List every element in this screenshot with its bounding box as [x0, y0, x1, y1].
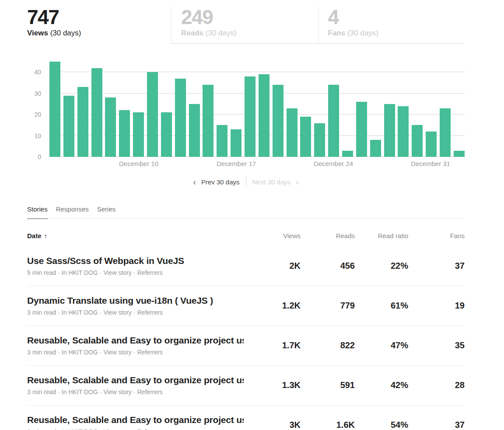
read-time: 5 min read: [27, 269, 56, 276]
story-fans: 28: [408, 380, 465, 390]
chart-bar[interactable]: [328, 85, 339, 157]
chart-bar[interactable]: [63, 96, 74, 157]
chart-bar[interactable]: [273, 85, 284, 157]
tab-responses[interactable]: Responses: [56, 205, 89, 219]
view-story-link[interactable]: View story: [103, 388, 131, 395]
stat-panel-views[interactable]: 747 Views (30 days): [27, 6, 171, 44]
chart-bar[interactable]: [454, 151, 465, 157]
stories-table-body: Use Sass/Scss of Webpack in VueJS 5 min …: [27, 246, 465, 430]
chart-bar[interactable]: [398, 106, 409, 157]
chart-bar[interactable]: [300, 117, 311, 157]
chart-bar[interactable]: [287, 108, 298, 157]
story-read-ratio: 47%: [355, 340, 408, 350]
stat-panel-fans[interactable]: 4 Fans (30 days): [318, 6, 465, 44]
chart-pagination: ‹ Prev 30 days Next 30 days ›: [27, 177, 465, 187]
chart-bar[interactable]: [231, 129, 242, 157]
stat-value: 4: [328, 7, 465, 27]
story-title: Reusable, Scalable and Easy to organize …: [27, 415, 244, 425]
meta-separator: ·: [100, 388, 102, 395]
chart-bar[interactable]: [384, 104, 395, 157]
table-column-headers: ViewsReadsRead ratioFans: [252, 232, 465, 239]
referrers-link[interactable]: Referrers: [137, 269, 162, 276]
view-story-link[interactable]: View story: [103, 349, 131, 356]
chart-bar[interactable]: [119, 110, 130, 157]
story-title: Dynamic Translate using vue-i18n ( VueJS…: [27, 295, 244, 306]
stat-period: (30 days): [50, 29, 81, 37]
publication: In HKIT DOG: [62, 388, 98, 395]
read-time: 3 min read: [27, 428, 56, 430]
meta-separator: ·: [100, 309, 102, 316]
view-story-link[interactable]: View story: [103, 309, 131, 316]
stat-label: Reads (30 days): [181, 29, 318, 38]
chart-bar[interactable]: [49, 62, 60, 157]
x-axis-label: December 10: [119, 160, 158, 167]
meta-separator: ·: [58, 349, 60, 356]
chart-bar[interactable]: [440, 108, 451, 157]
chart-bar[interactable]: [77, 87, 88, 157]
chart-bar[interactable]: [91, 68, 102, 157]
chart-bar[interactable]: [189, 104, 200, 157]
story-reads: 822: [301, 340, 355, 350]
story-row: Dynamic Translate using vue-i18n ( VueJS…: [27, 286, 465, 326]
chart-bar[interactable]: [370, 140, 381, 157]
sort-ascending-icon: ↑: [44, 232, 48, 239]
story-reads: 456: [301, 261, 355, 271]
y-axis-tick-label: 40: [24, 69, 41, 76]
meta-separator: ·: [100, 269, 102, 276]
chart-bar[interactable]: [161, 112, 172, 157]
story-info: Dynamic Translate using vue-i18n ( VueJS…: [27, 295, 252, 316]
story-title: Reusable, Scalable and Easy to organize …: [27, 375, 244, 385]
tab-stories[interactable]: Stories: [27, 205, 48, 219]
story-reads: 1.6K: [301, 420, 355, 430]
chart-bar[interactable]: [217, 125, 228, 157]
meta-separator: ·: [133, 428, 136, 430]
story-fans: 19: [408, 301, 465, 311]
view-story-link[interactable]: View story: [103, 269, 131, 276]
story-views: 1.7K: [252, 340, 301, 350]
stat-panel-reads[interactable]: 249 Reads (30 days): [171, 6, 318, 44]
chart-bar[interactable]: [314, 123, 325, 157]
chart-bar[interactable]: [356, 102, 367, 157]
chart-bar[interactable]: [426, 132, 437, 157]
publication: In HKIT DOG: [62, 309, 98, 316]
story-title: Use Sass/Scss of Webpack in VueJS: [27, 256, 244, 266]
chart-bar[interactable]: [412, 125, 423, 157]
chart-bar[interactable]: [259, 74, 270, 157]
column-header-read-ratio: Read ratio: [355, 232, 408, 239]
column-header-views: Views: [252, 232, 301, 239]
chart-bar[interactable]: [203, 85, 214, 157]
view-story-link[interactable]: View story: [103, 428, 131, 430]
chart-bar[interactable]: [133, 112, 144, 157]
next-30-days-button[interactable]: Next 30 days ›: [246, 178, 299, 186]
content-tabs: Stories Responses Series: [27, 205, 465, 219]
story-views: 2K: [252, 261, 301, 271]
meta-separator: ·: [133, 388, 136, 395]
referrers-link[interactable]: Referrers: [137, 388, 162, 395]
chart-bar[interactable]: [245, 76, 256, 157]
referrers-link[interactable]: Referrers: [137, 349, 162, 356]
referrers-link[interactable]: Referrers: [137, 309, 162, 316]
story-fans: 37: [408, 420, 465, 430]
story-meta: 3 min read·In HKIT DOG·View story·Referr…: [27, 349, 244, 356]
meta-separator: ·: [133, 309, 136, 316]
meta-separator: ·: [100, 349, 102, 356]
column-header-fans: Fans: [408, 232, 465, 239]
stat-value: 747: [27, 7, 171, 27]
story-info: Reusable, Scalable and Easy to organize …: [27, 415, 252, 430]
prev-30-days-button[interactable]: ‹ Prev 30 days: [193, 178, 245, 186]
publication: In HKIT DOG: [62, 269, 98, 276]
story-read-ratio: 54%: [355, 420, 408, 430]
referrers-link[interactable]: Referrers: [137, 428, 162, 430]
publication: In HKIT DOG: [62, 349, 98, 356]
story-meta: 3 min read·In HKIT DOG·View story·Referr…: [27, 388, 244, 395]
meta-separator: ·: [100, 428, 102, 430]
tab-series[interactable]: Series: [97, 205, 116, 219]
story-row: Reusable, Scalable and Easy to organize …: [27, 365, 465, 405]
story-info: Reusable, Scalable and Easy to organize …: [27, 335, 252, 356]
chart-bar[interactable]: [105, 97, 116, 157]
y-axis-tick-label: 30: [24, 90, 41, 97]
chart-bar[interactable]: [147, 72, 158, 157]
date-sort-header[interactable]: Date ↑: [27, 232, 252, 239]
chart-bar[interactable]: [175, 79, 186, 157]
chart-bar[interactable]: [342, 151, 353, 157]
